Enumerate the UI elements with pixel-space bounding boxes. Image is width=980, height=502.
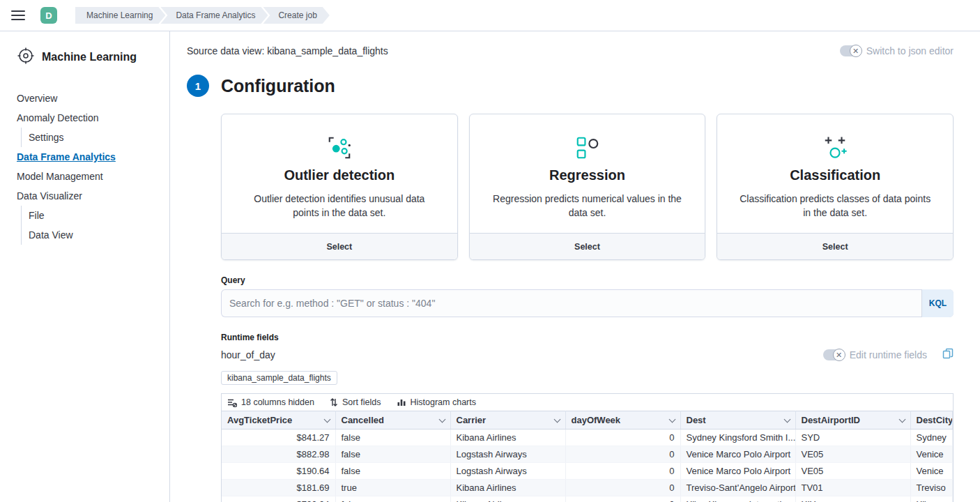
cell: Venice — [910, 446, 953, 463]
columns-hidden-icon — [227, 397, 237, 407]
card-regression[interactable]: Regression Regression predicts numerical… — [469, 114, 706, 260]
cell: Venice Marco Polo Airport — [680, 446, 795, 463]
cell: Logstash Airways — [450, 463, 565, 480]
results-table: AvgTicketPrice Cancelled Carrier dayOfWe… — [222, 411, 953, 502]
space-avatar[interactable]: D — [40, 7, 57, 24]
cell: false — [335, 429, 450, 446]
machine-learning-app-icon — [17, 47, 35, 68]
card-outlier-detection[interactable]: Outlier detection Outlier detection iden… — [221, 114, 458, 260]
sidebar-nav: Overview Anomaly Detection Settings Data… — [17, 89, 158, 245]
cell: Xi'an Xianyang Internatio... — [680, 496, 795, 502]
chevron-down-icon — [553, 416, 560, 423]
select-outlier-detection-button[interactable]: Select — [222, 233, 457, 259]
chevron-down-icon — [438, 416, 445, 423]
menu-icon[interactable] — [11, 10, 25, 20]
chevron-down-icon — [323, 416, 330, 423]
breadcrumb-data-frame-analytics[interactable]: Data Frame Analytics — [160, 7, 268, 24]
data-grid: 18 columns hidden Sort fields — [221, 393, 954, 502]
cell: true — [335, 480, 450, 496]
sidebar: Machine Learning Overview Anomaly Detect… — [0, 31, 170, 502]
regression-icon — [470, 132, 705, 163]
sidebar-item-file[interactable]: File — [21, 206, 158, 225]
edit-runtime-fields-label: Edit runtime fields — [850, 349, 927, 360]
edit-runtime-fields-toggle[interactable]: ✕ — [823, 349, 844, 360]
card-title: Outlier detection — [222, 167, 457, 183]
cell: false — [335, 446, 450, 463]
column-header-destcityname[interactable]: DestCityN — [910, 411, 953, 429]
query-bar: KQL — [221, 289, 954, 317]
column-header-dayofweek[interactable]: dayOfWeek — [565, 411, 680, 429]
column-header-dest[interactable]: Dest — [680, 411, 795, 429]
sidebar-item-model-management[interactable]: Model Management — [17, 167, 158, 186]
cell: $882.98 — [222, 446, 335, 463]
sidebar-item-overview[interactable]: Overview — [17, 89, 158, 108]
select-regression-button[interactable]: Select — [470, 233, 705, 259]
column-header-carrier[interactable]: Carrier — [450, 411, 565, 429]
sidebar-item-data-frame-analytics[interactable]: Data Frame Analytics — [17, 147, 158, 167]
sidebar-title: Machine Learning — [42, 51, 137, 63]
breadcrumb: Machine Learning Data Frame Analytics Cr… — [75, 7, 330, 24]
card-description: Outlier detection identifies unusual dat… — [222, 192, 457, 220]
chevron-down-icon — [668, 416, 675, 423]
cell: 0 — [565, 496, 680, 502]
cell: Treviso-Sant'Angelo Airport — [680, 480, 795, 496]
cell: SYD — [795, 429, 910, 446]
cell: Kibana Airlines — [450, 480, 565, 496]
cell: $730.04 — [222, 496, 335, 502]
cell: 0 — [565, 480, 680, 496]
sidebar-item-settings[interactable]: Settings — [21, 128, 158, 147]
columns-hidden-button[interactable]: 18 columns hidden — [227, 397, 314, 407]
chevron-down-icon — [898, 416, 905, 423]
json-editor-toggle[interactable]: ✕ — [840, 45, 861, 56]
cell: XIY — [795, 496, 910, 502]
cell: Kibana Airlines — [450, 429, 565, 446]
cell: Sydney Kingsford Smith I... — [680, 429, 795, 446]
card-description: Classification predicts classes of data … — [717, 192, 953, 220]
copy-icon[interactable] — [942, 348, 954, 361]
data-view-badge: kibana_sample_data_flights — [221, 371, 337, 385]
source-data-view-label: Source data view: kibana_sample_data_fli… — [187, 45, 388, 56]
top-header: D Machine Learning Data Frame Analytics … — [0, 0, 980, 31]
cell: $841.27 — [222, 429, 335, 446]
column-header-destairportid[interactable]: DestAirportID — [795, 411, 910, 429]
column-header-cancelled[interactable]: Cancelled — [335, 411, 450, 429]
cell: Kibana Airlines — [450, 496, 565, 502]
cell: Xi'an — [910, 496, 953, 502]
cell: Sydney — [910, 429, 953, 446]
cell: Venice Marco Polo Airport — [680, 463, 795, 480]
page-title: Configuration — [221, 76, 335, 96]
switch-to-json-label: Switch to json editor — [866, 45, 954, 56]
cell: $190.64 — [222, 463, 335, 480]
cell: 0 — [565, 463, 680, 480]
table-row: $181.69 true Kibana Airlines 0 Treviso-S… — [222, 480, 953, 496]
table-header-row: AvgTicketPrice Cancelled Carrier dayOfWe… — [222, 411, 953, 429]
cell: VE05 — [795, 446, 910, 463]
cell: Venice — [910, 463, 953, 480]
sidebar-item-data-visualizer[interactable]: Data Visualizer — [17, 186, 158, 206]
kql-language-button[interactable]: KQL — [921, 289, 954, 317]
card-classification[interactable]: Classification Classification predicts c… — [717, 114, 954, 260]
table-row: $190.64 false Logstash Airways 0 Venice … — [222, 463, 953, 480]
outlier-detection-icon — [222, 132, 457, 163]
cell: false — [335, 496, 450, 502]
cell: $181.69 — [222, 480, 335, 496]
table-row: $730.04 false Kibana Airlines 0 Xi'an Xi… — [222, 496, 953, 502]
cell: Treviso — [910, 480, 953, 496]
classification-icon — [717, 132, 953, 163]
card-description: Regression predicts numerical values in … — [470, 192, 705, 220]
sidebar-item-anomaly-detection[interactable]: Anomaly Detection — [17, 108, 158, 128]
data-grid-toolbar: 18 columns hidden Sort fields — [222, 394, 953, 411]
breadcrumb-machine-learning[interactable]: Machine Learning — [75, 7, 165, 24]
column-header-avgticketprice[interactable]: AvgTicketPrice — [222, 411, 335, 429]
query-search-input[interactable] — [221, 289, 921, 317]
sort-fields-button[interactable]: Sort fields — [330, 397, 381, 407]
table-row: $882.98 false Logstash Airways 0 Venice … — [222, 446, 953, 463]
breadcrumb-create-job: Create job — [263, 7, 329, 24]
sidebar-item-data-view[interactable]: Data View — [21, 225, 158, 245]
histogram-charts-button[interactable]: Histogram charts — [397, 397, 476, 407]
histogram-icon — [397, 397, 406, 407]
cell: false — [335, 463, 450, 480]
toggle-off-icon: ✕ — [850, 45, 862, 57]
step-number-badge: 1 — [187, 75, 209, 97]
select-classification-button[interactable]: Select — [717, 233, 953, 259]
